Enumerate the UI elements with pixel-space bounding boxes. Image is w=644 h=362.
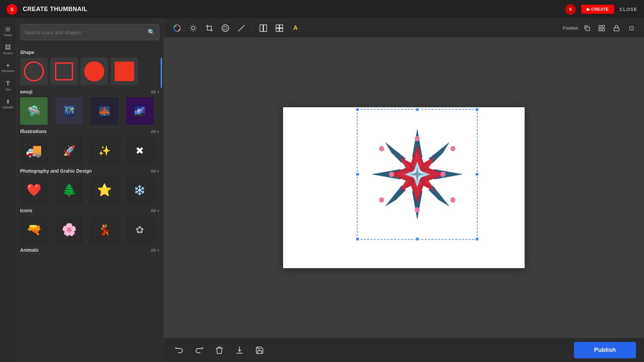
top-bar-right: S ▶ CREATE CLOSE xyxy=(565,4,637,15)
brightness-tool-btn[interactable] xyxy=(186,22,200,34)
photo-star[interactable]: ⭐ xyxy=(91,176,118,204)
nav-item-photos[interactable]: 🖼 Photos xyxy=(1,41,15,58)
color-tool-icon xyxy=(173,24,181,32)
layout2-icon xyxy=(275,24,283,32)
svg-point-55 xyxy=(415,136,420,141)
toolbar: A Position xyxy=(164,19,644,38)
layout2-tool-btn[interactable] xyxy=(273,22,286,34)
emoji-section-header: emoji All > xyxy=(20,89,159,95)
color-tool-btn[interactable] xyxy=(170,22,184,34)
photography-section-header: Photography and Grahic Design All > xyxy=(20,168,159,174)
illus-cross[interactable]: ✖ xyxy=(126,137,154,164)
copy-btn[interactable] xyxy=(581,22,593,34)
effect-icon xyxy=(221,24,229,32)
lock-btn[interactable] xyxy=(610,22,623,34)
canvas-wrapper[interactable] xyxy=(164,38,644,338)
position-label: Position xyxy=(563,25,578,31)
svg-point-56 xyxy=(450,146,455,151)
snowflake-element[interactable] xyxy=(359,111,476,238)
app-title: CREATE THUMBNAIL xyxy=(23,6,88,13)
svg-point-57 xyxy=(450,197,455,202)
bottom-toolbar: Publish xyxy=(164,338,644,362)
emoji-section-title: emoji xyxy=(20,89,33,95)
svg-point-58 xyxy=(415,207,420,213)
rect-filled-shape xyxy=(115,62,134,81)
download-btn[interactable] xyxy=(232,343,247,358)
undo-btn[interactable] xyxy=(172,343,186,358)
text-format-icon: A xyxy=(293,24,298,32)
layout1-tool-btn[interactable] xyxy=(257,22,270,34)
toolbar-divider xyxy=(252,24,253,32)
svg-line-9 xyxy=(195,25,196,26)
draw-tool-btn[interactable] xyxy=(235,22,248,34)
svg-point-1 xyxy=(192,26,195,30)
svg-point-11 xyxy=(222,25,229,32)
photography-all-link[interactable]: All > xyxy=(151,169,159,174)
shape-rect-outline[interactable] xyxy=(50,58,78,85)
illus-wand[interactable]: ✨ xyxy=(91,137,118,164)
sidebar-scroll[interactable]: Shape emoji Al xyxy=(16,43,163,362)
illus-spaceship[interactable]: 🚀 xyxy=(55,137,83,164)
svg-line-5 xyxy=(195,30,196,31)
text-format-btn[interactable]: A xyxy=(289,22,302,34)
more-btn[interactable]: ⊡ xyxy=(625,22,637,34)
publish-button[interactable]: Publish xyxy=(574,342,636,358)
icon-flower[interactable]: 🌸 xyxy=(55,216,83,243)
shape-rect-filled[interactable] xyxy=(111,58,138,85)
top-bar: S CREATE THUMBNAIL S ▶ CREATE CLOSE xyxy=(0,0,644,19)
nav-item-text[interactable]: T Text xyxy=(1,77,15,94)
effect-tool-btn[interactable] xyxy=(219,22,232,34)
svg-rect-18 xyxy=(276,28,279,32)
user-avatar: S xyxy=(565,4,576,15)
nav-item-uploads[interactable]: ⬆ Uploads xyxy=(1,95,15,112)
shape-circle-outline[interactable] xyxy=(20,58,48,85)
svg-rect-22 xyxy=(602,25,605,27)
canvas[interactable] xyxy=(283,107,525,268)
emoji-bridge[interactable]: 🌉 xyxy=(91,97,118,125)
illus-truck[interactable]: 🚚 xyxy=(20,137,48,164)
create-button[interactable]: ▶ CREATE xyxy=(581,5,614,14)
icon-gun[interactable]: 🔫 xyxy=(20,216,48,243)
animals-all-link[interactable]: All > xyxy=(151,248,159,253)
save-btn[interactable] xyxy=(252,343,267,358)
undo-icon xyxy=(175,346,183,355)
icons-section-header: Icons All > xyxy=(20,208,159,213)
nav-item-elements[interactable]: ✦ Elements xyxy=(1,59,15,76)
crop-icon xyxy=(205,24,213,32)
photo-tree[interactable]: 🌲 xyxy=(55,176,83,204)
text-icon: T xyxy=(6,80,10,87)
icons-grid: 🔫 🌸 💃 ✿ xyxy=(20,216,159,243)
emoji-city[interactable]: 🌃 xyxy=(55,97,83,125)
emoji-ufo[interactable]: 🛸 xyxy=(20,97,48,125)
download-icon xyxy=(235,346,244,355)
delete-btn[interactable] xyxy=(212,343,227,358)
illustrations-all-link[interactable]: All > xyxy=(151,129,159,134)
elements-icon: ✦ xyxy=(6,62,10,69)
photography-section-title: Photography and Grahic Design xyxy=(20,168,92,174)
redo-btn[interactable] xyxy=(192,343,207,358)
photo-heart[interactable]: ❤️ xyxy=(20,176,48,204)
nav-item-plates[interactable]: ⊞ Plates xyxy=(1,23,15,40)
emoji-all-link[interactable]: All > xyxy=(151,89,159,95)
shape-circle-filled[interactable] xyxy=(80,58,108,85)
search-input[interactable] xyxy=(24,29,145,35)
grid-btn[interactable] xyxy=(596,22,608,34)
svg-rect-17 xyxy=(280,25,283,28)
illustrations-section-header: Illustrations All > xyxy=(20,129,159,134)
left-nav: ⊞ Plates 🖼 Photos ✦ Elements T Text ⬆ Up… xyxy=(0,19,16,362)
svg-point-60 xyxy=(379,146,384,151)
icon-mandala[interactable]: ✿ xyxy=(126,216,154,243)
circle-outline-shape xyxy=(24,61,44,81)
photo-snowflake[interactable]: ❄️ xyxy=(126,176,154,204)
close-button[interactable]: CLOSE xyxy=(620,7,637,12)
search-icon: 🔍 xyxy=(148,28,155,36)
search-bar[interactable]: 🔍 xyxy=(20,24,159,40)
main-layout: ⊞ Plates 🖼 Photos ✦ Elements T Text ⬆ Up… xyxy=(0,19,644,362)
icon-person[interactable]: 💃 xyxy=(91,216,118,243)
emoji-stars[interactable]: 🌌 xyxy=(126,97,154,125)
lock-icon xyxy=(613,25,620,32)
svg-rect-25 xyxy=(614,28,619,31)
icons-all-link[interactable]: All > xyxy=(151,208,159,213)
crop-tool-btn[interactable] xyxy=(203,22,216,34)
draw-icon xyxy=(237,24,246,32)
